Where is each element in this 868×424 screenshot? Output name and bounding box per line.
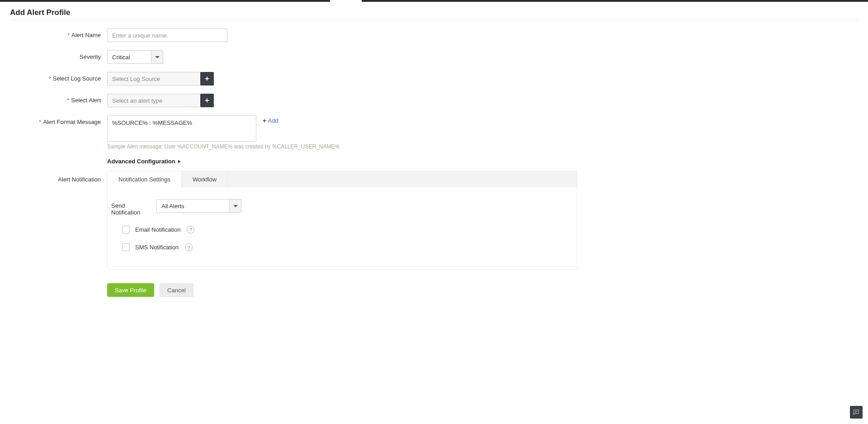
severity-value: Critical bbox=[108, 51, 151, 63]
send-notification-select[interactable]: All Alerts bbox=[156, 199, 241, 213]
sms-notification-checkbox[interactable] bbox=[122, 243, 130, 251]
tab-workflow[interactable]: Workflow bbox=[182, 172, 228, 187]
feedback-button[interactable] bbox=[850, 406, 863, 419]
alert-name-label: *Alert Name bbox=[10, 29, 107, 38]
notification-tabbar: Notification Settings Workflow bbox=[107, 171, 577, 187]
alert-type-placeholder: Select an alert type bbox=[108, 94, 200, 107]
log-source-placeholder: Select Log Source bbox=[108, 72, 200, 85]
add-alert-type-button[interactable]: + bbox=[200, 94, 214, 107]
select-alert-label: *Select Alert bbox=[10, 94, 107, 104]
add-log-source-button[interactable]: + bbox=[200, 72, 214, 86]
top-bar bbox=[0, 0, 868, 2]
alert-format-hint: Sample Alert message: User %ACCOUNT_NAME… bbox=[107, 143, 340, 150]
email-notification-label: Email Notification bbox=[135, 226, 180, 233]
chevron-down-icon bbox=[229, 200, 241, 212]
alert-format-textarea[interactable] bbox=[107, 115, 256, 142]
title-divider bbox=[10, 20, 858, 20]
add-variable-link[interactable]: +Add bbox=[263, 117, 278, 124]
page-title: Add Alert Profile bbox=[10, 8, 858, 17]
tab-notification-settings[interactable]: Notification Settings bbox=[108, 172, 182, 187]
help-icon[interactable]: ? bbox=[185, 243, 193, 251]
help-icon[interactable]: ? bbox=[187, 226, 194, 233]
log-source-select[interactable]: Select Log Source bbox=[107, 72, 201, 86]
sms-notification-label: SMS Notification bbox=[135, 244, 179, 251]
notification-panel: Send Notification All Alerts Email Notif… bbox=[107, 187, 577, 270]
log-source-label: *Select Log Source bbox=[10, 72, 107, 82]
cancel-button[interactable]: Cancel bbox=[160, 283, 193, 297]
advanced-configuration-toggle[interactable]: Advanced Configuration bbox=[107, 158, 180, 165]
send-notification-label: Send Notification bbox=[111, 199, 156, 216]
severity-label: Severity bbox=[10, 50, 107, 60]
top-bar-gap bbox=[330, 0, 362, 2]
alert-format-label: *Alert Format Message bbox=[10, 115, 107, 125]
required-marker: * bbox=[39, 119, 41, 125]
required-marker: * bbox=[49, 75, 51, 82]
save-profile-button[interactable]: Save Profile bbox=[107, 283, 154, 297]
plus-icon: + bbox=[263, 117, 266, 124]
required-marker: * bbox=[67, 97, 69, 104]
alert-name-input[interactable] bbox=[107, 29, 227, 42]
severity-select[interactable]: Critical bbox=[107, 50, 163, 64]
alert-type-select[interactable]: Select an alert type bbox=[107, 94, 201, 107]
email-notification-checkbox[interactable] bbox=[122, 226, 130, 233]
chat-icon bbox=[853, 409, 860, 416]
chevron-right-icon bbox=[178, 160, 180, 163]
chevron-down-icon bbox=[151, 51, 163, 63]
send-notification-value: All Alerts bbox=[157, 200, 229, 212]
required-marker: * bbox=[67, 32, 70, 38]
alert-notification-label: Alert Notification bbox=[10, 173, 107, 183]
